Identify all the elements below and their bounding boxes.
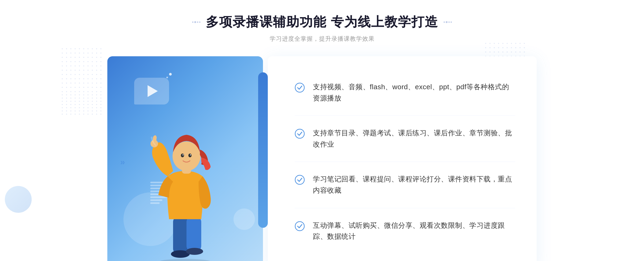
page-wrapper: // Generate dots (function(){ var contai… <box>0 0 644 261</box>
feature-text-3: 学习笔记回看、课程提问、课程评论打分、课件资料下载，重点内容收藏 <box>313 174 515 196</box>
deco-circle-small <box>233 208 255 230</box>
content-area: » <box>107 56 537 261</box>
svg-point-6 <box>173 141 200 171</box>
svg-point-14 <box>295 175 304 184</box>
check-icon-4 <box>295 220 305 232</box>
check-icon-1 <box>295 81 305 94</box>
svg-point-12 <box>295 83 304 92</box>
features-panel: 支持视频、音频、flash、word、excel、ppt、pdf等各种格式的资源… <box>268 56 537 261</box>
svg-point-10 <box>190 154 191 155</box>
dot-pattern-left: // Generate dots (function(){ var contai… <box>62 48 103 115</box>
features-container: 支持视频、音频、flash、word、excel、ppt、pdf等各种格式的资源… <box>295 70 515 254</box>
subtitle: 学习进度全掌握，提升录播课教学效果 <box>192 35 452 43</box>
arrow-left-decoration: » <box>120 157 125 167</box>
feature-item-4: 互动弹幕、试听购买、微信分享、观看次数限制、学习进度跟踪、数据统计 <box>295 208 515 254</box>
illustration-card <box>107 56 263 261</box>
feature-item-3: 学习笔记回看、课程提问、课程评论打分、课件资料下载，重点内容收藏 <box>295 162 515 208</box>
deco-circle-bottom-left <box>5 186 32 213</box>
play-icon <box>148 85 158 97</box>
svg-rect-2 <box>186 217 201 251</box>
feature-text-1: 支持视频、音频、flash、word、excel、ppt、pdf等各种格式的资源… <box>313 81 515 104</box>
feature-text-2: 支持章节目录、弹题考试、课后练习、课后作业、章节测验、批改作业 <box>313 128 515 150</box>
check-icon-3 <box>295 174 305 186</box>
svg-point-0 <box>158 259 212 261</box>
feature-text-4: 互动弹幕、试听购买、微信分享、观看次数限制、学习进度跟踪、数据统计 <box>313 220 515 242</box>
person-illustration <box>142 117 228 261</box>
check-icon-2 <box>295 128 305 140</box>
sparkle-decoration <box>166 73 172 78</box>
svg-point-8 <box>182 154 184 155</box>
main-title: 多项录播课辅助功能 专为线上教学打造 <box>206 13 438 31</box>
svg-point-13 <box>295 129 304 138</box>
play-bubble <box>134 78 169 105</box>
title-row: 多项录播课辅助功能 专为线上教学打造 <box>192 13 452 31</box>
title-decoration-left <box>192 21 200 23</box>
header-section: 多项录播课辅助功能 专为线上教学打造 学习进度全掌握，提升录播课教学效果 <box>192 13 452 43</box>
title-decoration-right <box>444 21 452 23</box>
accent-bar <box>258 72 268 228</box>
svg-point-7 <box>181 154 184 157</box>
feature-item-2: 支持章节目录、弹题考试、课后练习、课后作业、章节测验、批改作业 <box>295 116 515 162</box>
svg-point-15 <box>295 222 304 231</box>
svg-point-4 <box>186 248 203 255</box>
feature-item-1: 支持视频、音频、flash、word、excel、ppt、pdf等各种格式的资源… <box>295 70 515 116</box>
svg-point-9 <box>188 154 192 157</box>
